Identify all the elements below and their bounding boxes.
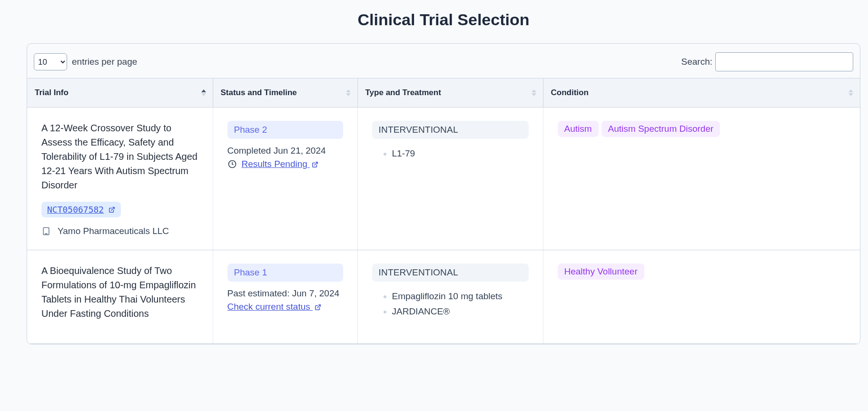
- column-header-label: Trial Info: [35, 88, 69, 97]
- condition-pill: Healthy Vollunteer: [558, 264, 644, 280]
- column-header-trial-info[interactable]: Trial Info: [27, 78, 213, 108]
- list-item: L1-79: [392, 148, 529, 159]
- condition-pill: Autism: [558, 121, 599, 137]
- cell-condition: AutismAutism Spectrum Disorder: [543, 108, 860, 250]
- trials-table: Trial Info Status and Timeline Type and …: [27, 78, 860, 344]
- search-label: Search:: [681, 57, 712, 67]
- list-item: Empagliflozin 10 mg tablets: [392, 291, 529, 302]
- sponsor-name: Yamo Pharmaceuticals LLC: [58, 226, 169, 236]
- sort-icon: [346, 89, 351, 96]
- trials-table-card: 10 entries per page Search: Trial Info S: [27, 43, 860, 344]
- table-row: A 12-Week Crossover Study to Assess the …: [27, 108, 860, 250]
- cell-trial-info: A Bioequivalence Study of Two Formulatio…: [27, 250, 213, 344]
- trial-title: A 12-Week Crossover Study to Assess the …: [41, 121, 198, 192]
- status-text: Completed Jun 21, 2024: [227, 146, 343, 156]
- treatment-list: Empagliflozin 10 mg tabletsJARDIANCE®: [372, 291, 529, 317]
- table-row: A Bioequivalence Study of Two Formulatio…: [27, 250, 860, 344]
- entries-per-page-select[interactable]: 10: [34, 53, 67, 70]
- external-link-icon: [315, 304, 321, 311]
- status-link-label: Check current status: [227, 302, 310, 312]
- search-input[interactable]: [715, 52, 853, 71]
- type-badge: INTERVENTIONAL: [372, 121, 529, 139]
- entries-per-page-label: entries per page: [72, 57, 137, 67]
- cell-trial-info: A 12-Week Crossover Study to Assess the …: [27, 108, 213, 250]
- nct-id: NCT05067582: [47, 205, 104, 215]
- external-link-icon: [312, 161, 318, 168]
- treatment-list: L1-79: [372, 148, 529, 159]
- status-link[interactable]: Check current status: [227, 302, 322, 312]
- condition-pill: Autism Spectrum Disorder: [602, 121, 720, 137]
- list-item: JARDIANCE®: [392, 306, 529, 317]
- column-header-type[interactable]: Type and Treatment: [357, 78, 543, 108]
- column-header-label: Status and Timeline: [221, 88, 297, 97]
- column-header-label: Type and Treatment: [365, 88, 441, 97]
- cell-status: Phase 2 Completed Jun 21, 2024 Results P…: [213, 108, 357, 250]
- cell-status: Phase 1 Past estimated: Jun 7, 2024 Chec…: [213, 250, 357, 344]
- sort-icon: [201, 89, 206, 96]
- nct-link[interactable]: NCT05067582: [41, 202, 121, 217]
- trial-title: A Bioequivalence Study of Two Formulatio…: [41, 264, 198, 321]
- phase-badge: Phase 1: [227, 264, 343, 282]
- column-header-label: Condition: [551, 88, 589, 97]
- clock-icon: [227, 159, 237, 169]
- cell-type: INTERVENTIONAL L1-79: [357, 108, 543, 250]
- external-link-icon: [108, 206, 115, 213]
- phase-badge: Phase 2: [227, 121, 343, 139]
- column-header-status[interactable]: Status and Timeline: [213, 78, 357, 108]
- status-link-label: Results Pending: [242, 159, 307, 169]
- condition-pills: AutismAutism Spectrum Disorder: [558, 121, 846, 143]
- status-text: Past estimated: Jun 7, 2024: [227, 288, 343, 299]
- svg-line-9: [315, 162, 317, 165]
- nct-badge-wrapper: NCT05067582: [41, 202, 198, 226]
- building-icon: [41, 226, 51, 236]
- sort-icon: [848, 89, 853, 96]
- svg-line-0: [111, 207, 114, 210]
- cell-condition: Healthy Vollunteer: [543, 250, 860, 344]
- svg-line-10: [317, 305, 320, 308]
- column-header-condition[interactable]: Condition: [543, 78, 860, 108]
- condition-pills: Healthy Vollunteer: [558, 264, 846, 285]
- type-badge: INTERVENTIONAL: [372, 264, 529, 282]
- status-link-row: Results Pending: [227, 159, 343, 169]
- sort-icon: [532, 89, 536, 96]
- table-controls: 10 entries per page Search:: [27, 44, 860, 78]
- page-title: Clinical Trial Selection: [27, 10, 860, 29]
- status-link-row: Check current status: [227, 302, 343, 312]
- cell-type: INTERVENTIONAL Empagliflozin 10 mg table…: [357, 250, 543, 344]
- sponsor-row: Yamo Pharmaceuticals LLC: [41, 226, 198, 236]
- status-link[interactable]: Results Pending: [242, 159, 319, 169]
